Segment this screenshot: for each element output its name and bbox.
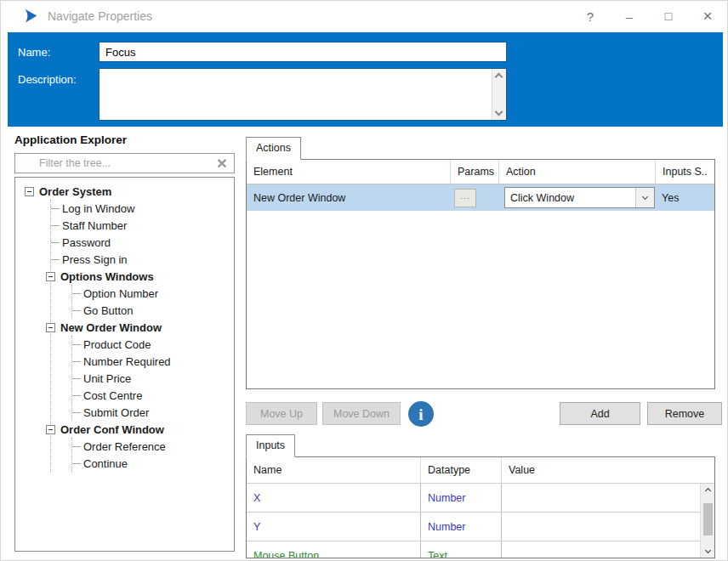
tree-item-unit-price[interactable]: Unit Price [72, 370, 234, 387]
tree-item-label: Press Sign in [62, 253, 128, 266]
action-element-cell[interactable]: New Order Window [247, 184, 451, 211]
tree-connector [72, 446, 81, 447]
tree-connector [51, 242, 60, 243]
input-datatype-cell[interactable]: Text [421, 541, 502, 558]
move-up-button[interactable]: Move Up [246, 402, 317, 425]
input-name-cell[interactable]: Mouse Button [247, 541, 421, 558]
input-value-cell[interactable] [502, 513, 714, 541]
action-dropdown[interactable]: Click Window [504, 187, 655, 208]
tab-inputs[interactable]: Inputs [246, 434, 295, 457]
description-scrollbar[interactable] [492, 69, 506, 120]
action-row-selected[interactable]: New Order Window ... Click Window Yes [247, 184, 714, 211]
tree-item-label: Product Code [83, 338, 151, 351]
help-button[interactable]: ? [571, 1, 610, 31]
input-name-cell[interactable]: X [247, 484, 421, 512]
scroll-up-icon [704, 488, 710, 494]
collapse-icon[interactable] [46, 272, 55, 281]
tree-item-product-code[interactable]: Product Code [72, 336, 234, 353]
window-controls: ? – □ × [571, 1, 727, 31]
column-header-params[interactable]: Params [451, 160, 499, 184]
input-value-cell[interactable] [502, 484, 714, 512]
description-label: Description: [18, 73, 77, 86]
application-explorer-tree: Order SystemLog in WindowStaff NumberPas… [14, 177, 235, 552]
tree-connector [72, 293, 81, 294]
tree-item-password[interactable]: Password [51, 234, 234, 251]
input-row-y[interactable]: YNumber [247, 513, 714, 541]
tree-item-option-number[interactable]: Option Number [72, 285, 234, 302]
info-icon[interactable]: i [408, 401, 434, 427]
name-label: Name: [18, 46, 50, 59]
tree-connector [72, 395, 81, 396]
tree-item-label: Unit Price [83, 372, 131, 385]
column-header-name[interactable]: Name [247, 457, 421, 483]
scroll-down-icon [704, 547, 710, 553]
properties-banner: Name: Description: [8, 32, 723, 127]
add-button[interactable]: Add [560, 402, 640, 425]
params-button[interactable]: ... [454, 189, 476, 207]
tree-item-order-system[interactable]: Order System [15, 183, 234, 200]
name-input[interactable] [99, 42, 507, 62]
tree-item-label: Submit Order [83, 406, 149, 419]
action-params-cell: ... [451, 184, 499, 211]
tree-item-label: Log in Window [62, 202, 134, 215]
tree-connector [72, 361, 81, 362]
maximize-button[interactable]: □ [649, 1, 688, 31]
tree-connector [72, 463, 81, 464]
tree-filter-box: × [14, 153, 235, 173]
scroll-down-button[interactable] [701, 543, 715, 558]
tree-item-press-sign-in[interactable]: Press Sign in [51, 251, 234, 268]
input-name-cell[interactable]: Y [247, 513, 421, 541]
actions-table: Element Params Action Inputs S.. New Ord… [246, 159, 715, 389]
tree-connector [72, 344, 81, 345]
scroll-up-button[interactable] [701, 484, 715, 498]
tree-item-continue[interactable]: Continue [72, 455, 234, 472]
input-row-x[interactable]: XNumber [247, 484, 714, 513]
column-header-datatype[interactable]: Datatype [421, 457, 502, 483]
input-row-mouse-button[interactable]: Mouse ButtonText [247, 541, 714, 558]
tree-connector [51, 208, 60, 209]
tree-item-options-windows[interactable]: Options Windows [46, 268, 229, 285]
window-title: Navigate Properties [48, 9, 152, 23]
tree-item-cost-centre[interactable]: Cost Centre [72, 387, 234, 404]
collapse-icon[interactable] [46, 323, 55, 332]
tree-item-order-reference[interactable]: Order Reference [72, 438, 234, 455]
column-header-inputs-set[interactable]: Inputs S.. [656, 160, 714, 184]
description-input[interactable] [100, 69, 491, 120]
tree-item-label: Order System [39, 185, 111, 198]
input-datatype-cell[interactable]: Number [421, 513, 502, 541]
tree-item-submit-order[interactable]: Submit Order [72, 404, 234, 421]
inputs-scrollbar[interactable] [700, 484, 714, 558]
tree-item-log-in-window[interactable]: Log in Window [51, 200, 234, 217]
description-box [99, 68, 507, 121]
scroll-thumb[interactable] [703, 503, 713, 536]
tab-actions[interactable]: Actions [246, 137, 301, 160]
action-dropdown-value: Click Window [505, 192, 635, 204]
collapse-icon[interactable] [46, 425, 55, 434]
tree-filter-input[interactable] [15, 154, 210, 173]
column-header-element[interactable]: Element [247, 160, 451, 184]
column-header-action[interactable]: Action [499, 160, 656, 184]
close-button[interactable]: × [688, 1, 727, 31]
scroll-down-icon[interactable] [495, 108, 503, 116]
minimize-button[interactable]: – [610, 1, 649, 31]
action-action-cell: Click Window [499, 184, 656, 211]
tree-item-staff-number[interactable]: Staff Number [51, 217, 234, 234]
tree-item-order-conf-window[interactable]: Order Conf Window [46, 421, 229, 438]
tree-item-go-button[interactable]: Go Button [72, 302, 234, 319]
collapse-icon[interactable] [25, 187, 34, 196]
dropdown-button[interactable] [635, 188, 654, 207]
tree-item-number-required[interactable]: Number Required [72, 353, 234, 370]
tree-connector [51, 259, 60, 260]
tree-item-label: New Order Window [60, 321, 162, 334]
tree-connector [51, 225, 60, 226]
input-value-cell[interactable] [502, 541, 714, 558]
tree-connector [72, 378, 81, 379]
tree-item-new-order-window[interactable]: New Order Window [46, 319, 229, 336]
scroll-up-icon[interactable] [495, 73, 503, 82]
column-header-value[interactable]: Value [502, 457, 714, 483]
move-down-button[interactable]: Move Down [322, 402, 401, 425]
input-datatype-cell[interactable]: Number [421, 484, 502, 512]
filter-clear-icon[interactable]: × [210, 154, 234, 173]
remove-button[interactable]: Remove [647, 402, 722, 425]
application-explorer-title: Application Explorer [14, 133, 127, 146]
